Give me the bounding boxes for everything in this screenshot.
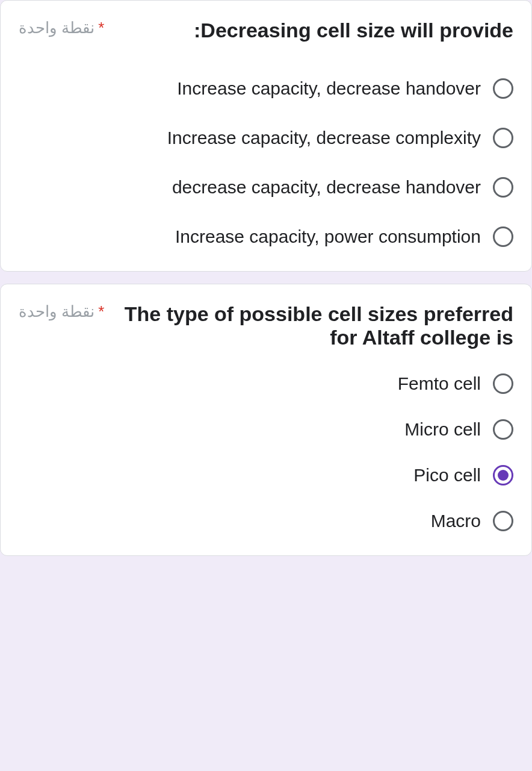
option-label: decrease capacity, decrease handover: [172, 177, 481, 198]
option-label: Macro: [431, 511, 481, 531]
option-row[interactable]: Micro cell: [19, 419, 513, 440]
option-row[interactable]: Increase capacity, decrease handover: [19, 78, 513, 99]
radio-icon[interactable]: [493, 177, 513, 198]
radio-icon[interactable]: [493, 78, 513, 99]
option-label: Increase capacity, power consumption: [175, 226, 481, 247]
radio-icon[interactable]: [493, 226, 513, 247]
option-label: Increase capacity, decrease handover: [177, 78, 481, 99]
required-star: *: [98, 19, 104, 37]
option-label: Femto cell: [398, 373, 481, 394]
radio-icon[interactable]: [493, 511, 513, 531]
question-card: نقطة واحدة * The type of possible cell s…: [0, 284, 532, 556]
option-row[interactable]: Pico cell: [19, 465, 513, 485]
points-label: نقطة واحدة: [19, 19, 94, 37]
option-row[interactable]: Macro: [19, 511, 513, 531]
required-star: *: [98, 302, 104, 321]
radio-icon[interactable]: [493, 419, 513, 440]
question-title: The type of possible cell sizes preferre…: [116, 302, 513, 349]
question-title: :Decreasing cell size will provide: [116, 19, 513, 42]
option-row[interactable]: decrease capacity, decrease handover: [19, 177, 513, 198]
option-row[interactable]: Femto cell: [19, 373, 513, 394]
option-label: Increase capacity, decrease complexity: [167, 128, 481, 148]
points-wrap: نقطة واحدة *: [19, 302, 104, 321]
points-wrap: نقطة واحدة *: [19, 19, 104, 37]
question-card: نقطة واحدة * :Decreasing cell size will …: [0, 0, 532, 272]
options-group: Increase capacity, decrease handover Inc…: [19, 78, 513, 247]
radio-icon[interactable]: [493, 465, 513, 485]
option-row[interactable]: Increase capacity, power consumption: [19, 226, 513, 247]
question-header: نقطة واحدة * :Decreasing cell size will …: [19, 19, 513, 42]
points-label: نقطة واحدة: [19, 302, 94, 321]
question-header: نقطة واحدة * The type of possible cell s…: [19, 302, 513, 349]
option-row[interactable]: Increase capacity, decrease complexity: [19, 128, 513, 148]
options-group: Femto cell Micro cell Pico cell Macro: [19, 373, 513, 531]
radio-icon[interactable]: [493, 128, 513, 148]
option-label: Micro cell: [404, 419, 481, 440]
option-label: Pico cell: [413, 465, 481, 485]
radio-icon[interactable]: [493, 373, 513, 394]
